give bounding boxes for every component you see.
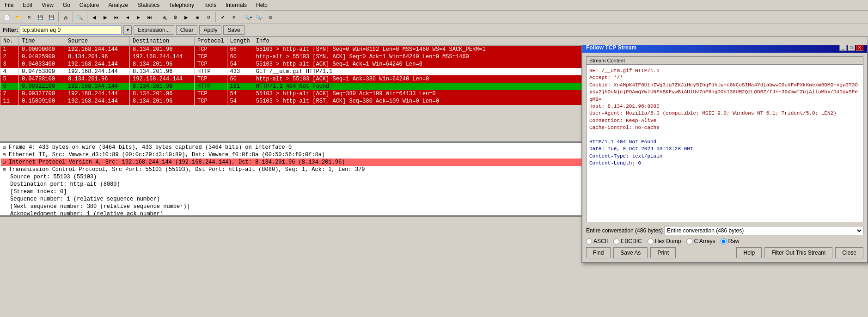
cell-source: 192.168.244.144	[65, 83, 130, 90]
menu-capture[interactable]: Capture	[77, 1, 102, 9]
open-btn[interactable]: 📂	[13, 12, 23, 22]
restart-capture-btn[interactable]: ↺	[203, 12, 214, 22]
capture-options-btn[interactable]: ⚙	[170, 12, 180, 22]
start-capture-btn[interactable]: ▶	[181, 12, 191, 22]
expand-icon[interactable]: ⊞	[3, 167, 6, 172]
cell-time: 0.04025900	[19, 53, 65, 61]
find-btn[interactable]: Find	[586, 247, 611, 258]
cell-time: 0.09322100	[19, 83, 65, 90]
help-btn[interactable]: Help	[736, 247, 762, 258]
menu-statistics[interactable]: Statistics	[134, 1, 162, 9]
detail-text: [Next sequence number: 380 (relative seq…	[10, 203, 190, 210]
go-first-btn[interactable]: ⏮	[111, 12, 122, 22]
save-btn[interactable]: Save	[223, 25, 244, 35]
menu-go[interactable]: Go	[60, 1, 73, 9]
sep4	[157, 12, 157, 22]
clear-btn[interactable]: Clear	[176, 25, 198, 35]
col-protocol[interactable]: Protocol	[195, 37, 227, 46]
col-source[interactable]: Source	[65, 37, 130, 46]
cell-protocol: HTTP	[195, 83, 227, 90]
ascii-radio[interactable]: ASCII	[586, 238, 608, 244]
cell-destination: 8.134.201.96	[130, 46, 195, 54]
conversation-select[interactable]: Entire conversation (486 bytes)	[665, 226, 863, 235]
go-last-btn[interactable]: ⏭	[145, 12, 155, 22]
filter-input[interactable]	[20, 25, 122, 35]
detail-text: Acknowledgment number: 1 (relative ack n…	[10, 211, 163, 217]
cell-length: 161	[227, 83, 253, 90]
cell-protocol: TCP	[195, 90, 227, 98]
menu-view[interactable]: View	[39, 1, 56, 9]
go-back-btn[interactable]: ◀	[89, 12, 99, 22]
filter-clear-btn[interactable]: ✕	[229, 12, 239, 22]
save-as-btn[interactable]: 💾	[46, 12, 56, 22]
menu-analyze[interactable]: Analyze	[106, 1, 131, 9]
dialog-close-action-btn[interactable]: Close	[835, 247, 863, 258]
cell-length: 54	[227, 90, 253, 98]
close-file-btn[interactable]: ✕	[24, 12, 34, 22]
stream-line: Accept: */*	[589, 75, 623, 80]
cell-no: 4	[0, 68, 19, 75]
cell-no: 11	[0, 98, 19, 105]
filter-label: Filter:	[3, 27, 18, 33]
carrays-radio[interactable]: C Arrays	[686, 238, 715, 244]
dialog-buttons: Find Save As Print Help Filter Out This …	[586, 247, 863, 258]
save-btn[interactable]: 💾	[35, 12, 45, 22]
menu-file[interactable]: File	[2, 1, 16, 9]
stream-text-area[interactable]: GET /__utm.gif HTTP/1.1 Accept: */* Cook…	[587, 65, 863, 222]
go-prev-btn[interactable]: ◄	[122, 12, 133, 22]
cell-no: 2	[0, 53, 19, 61]
cell-length: 54	[227, 98, 253, 105]
go-next-btn[interactable]: ►	[134, 12, 144, 22]
raw-radio[interactable]: Raw	[721, 238, 739, 244]
save-as-btn[interactable]: Save As	[613, 247, 648, 258]
new-btn[interactable]: 📄	[2, 12, 12, 22]
filter-apply-btn[interactable]: ✔	[218, 12, 228, 22]
cell-length: 60	[227, 53, 253, 61]
col-length[interactable]: Length	[227, 37, 253, 46]
menu-tools[interactable]: Tools	[201, 1, 219, 9]
cell-no: 7	[0, 90, 19, 98]
ebcdic-radio[interactable]: EBCDIC	[613, 238, 642, 244]
detail-text: Transmission Control Protocol, Src Port:…	[9, 166, 365, 173]
stream-line: Cache-Control: no-cache	[589, 125, 660, 130]
cell-protocol: TCP	[195, 53, 227, 61]
col-info[interactable]: Info	[253, 37, 868, 46]
ascii-label: ASCII	[593, 238, 608, 244]
zoom-reset-btn[interactable]: ⊙	[265, 12, 275, 22]
zoom-in-btn[interactable]: 🔍+	[243, 12, 253, 22]
go-fwd-btn[interactable]: ▶	[100, 12, 110, 22]
stream-content-label: Stream Content	[587, 57, 863, 65]
col-time[interactable]: Time	[19, 37, 65, 46]
expand-icon[interactable]: ⊞	[3, 159, 6, 165]
cell-time: 0.15809100	[19, 98, 65, 105]
hexdump-radio[interactable]: Hex Dump	[648, 238, 681, 244]
menu-help[interactable]: Help	[253, 1, 270, 9]
capture-interfaces-btn[interactable]: 🔌	[159, 12, 169, 22]
print-btn[interactable]: Print	[650, 247, 676, 258]
filter-dropdown[interactable]: ▼	[123, 25, 132, 35]
cell-source: 192.168.244.144	[65, 46, 130, 54]
cell-no: 3	[0, 61, 19, 68]
expand-icon[interactable]: ⊞	[3, 152, 6, 158]
apply-btn[interactable]: Apply	[199, 25, 221, 35]
menu-internals[interactable]: Internals	[223, 1, 250, 9]
expand-icon[interactable]: ⊞	[3, 145, 6, 150]
conversation-row: Entire conversation (486 bytes) Entire c…	[586, 226, 863, 235]
filterbar: Filter: ▼ Expression... Clear Apply Save	[0, 24, 868, 37]
expression-btn[interactable]: Expression...	[134, 25, 174, 35]
cell-no: 5	[0, 75, 19, 83]
col-destination[interactable]: Destination	[130, 37, 195, 46]
filter-out-stream-btn[interactable]: Filter Out This Stream	[764, 247, 832, 258]
cell-time: 0.04798100	[19, 75, 65, 83]
stream-line: Connection: Keep-Alive	[589, 118, 656, 123]
menu-edit[interactable]: Edit	[20, 1, 35, 9]
menu-telephony[interactable]: Telephony	[166, 1, 197, 9]
print-btn[interactable]: 🖨	[61, 12, 71, 22]
col-no[interactable]: No.	[0, 37, 19, 46]
stream-line: HTTP/1.1 404 Not Found	[589, 139, 656, 145]
detail-text: [Stream index: 0]	[10, 189, 67, 195]
zoom-out-btn[interactable]: 🔍-	[254, 12, 264, 22]
find-btn[interactable]: 🔍	[75, 12, 85, 22]
stop-capture-btn[interactable]: ■	[192, 12, 202, 22]
stream-line: Content-Type: text/plain	[589, 153, 662, 159]
